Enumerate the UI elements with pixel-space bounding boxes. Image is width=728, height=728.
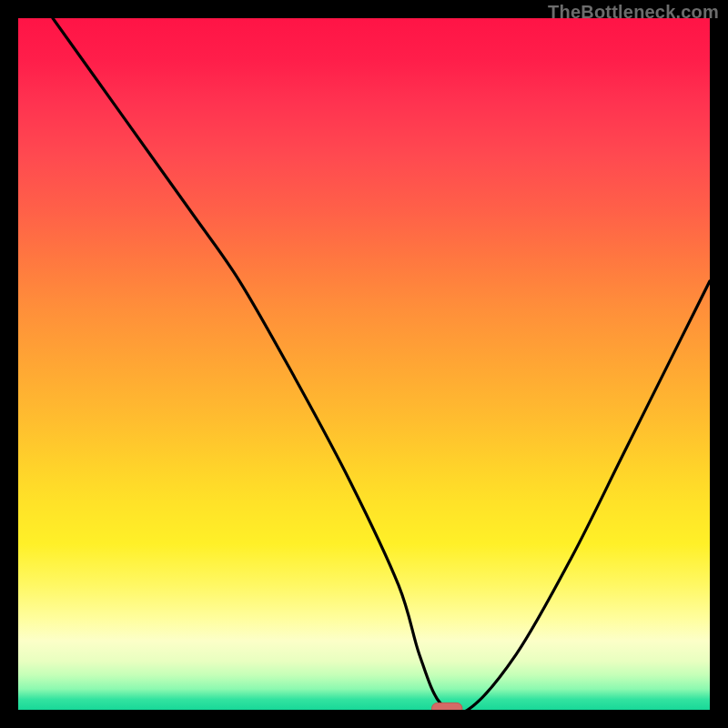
plot-area <box>18 18 710 710</box>
optimal-marker <box>432 703 462 710</box>
bottleneck-curve <box>53 18 710 710</box>
chart-svg <box>18 18 710 710</box>
chart-stage: TheBottleneck.com <box>0 0 728 728</box>
